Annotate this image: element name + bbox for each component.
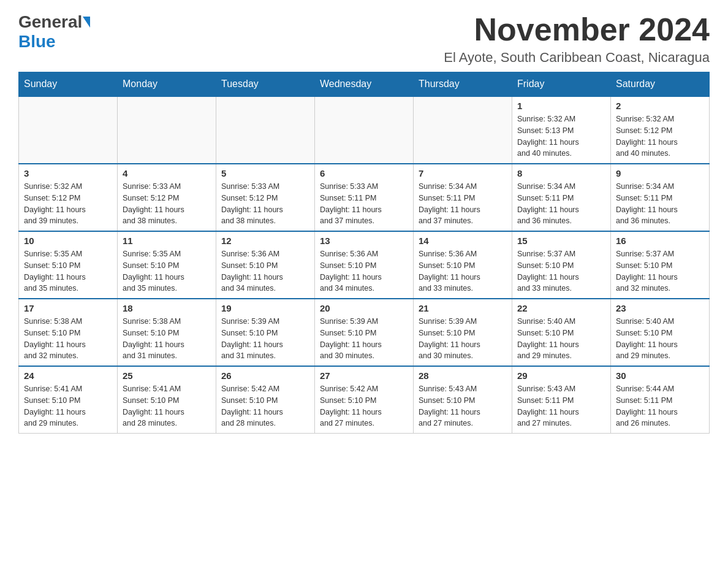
calendar-week-2: 3Sunrise: 5:32 AMSunset: 5:12 PMDaylight… xyxy=(19,164,710,231)
day-number: 19 xyxy=(221,303,309,313)
day-info: Sunrise: 5:40 AMSunset: 5:10 PMDaylight:… xyxy=(616,316,704,362)
day-info: Sunrise: 5:36 AMSunset: 5:10 PMDaylight:… xyxy=(221,248,309,294)
day-number: 15 xyxy=(517,236,605,246)
day-number: 29 xyxy=(517,370,605,381)
table-row: 5Sunrise: 5:33 AMSunset: 5:12 PMDaylight… xyxy=(216,164,315,231)
day-info: Sunrise: 5:41 AMSunset: 5:10 PMDaylight:… xyxy=(123,383,211,429)
day-number: 30 xyxy=(616,370,704,381)
header-monday: Monday xyxy=(118,72,216,97)
day-number: 10 xyxy=(24,236,112,246)
day-number: 7 xyxy=(419,168,507,178)
table-row xyxy=(414,96,512,164)
day-info: Sunrise: 5:32 AMSunset: 5:12 PMDaylight:… xyxy=(24,181,112,227)
day-info: Sunrise: 5:40 AMSunset: 5:10 PMDaylight:… xyxy=(517,316,605,362)
table-row: 2Sunrise: 5:32 AMSunset: 5:12 PMDaylight… xyxy=(611,96,710,164)
day-number: 26 xyxy=(221,370,309,381)
table-row: 9Sunrise: 5:34 AMSunset: 5:11 PMDaylight… xyxy=(611,164,710,231)
table-row: 8Sunrise: 5:34 AMSunset: 5:11 PMDaylight… xyxy=(512,164,611,231)
day-number: 25 xyxy=(123,370,211,381)
day-number: 3 xyxy=(24,168,112,178)
logo: General Blue xyxy=(18,12,90,52)
day-info: Sunrise: 5:32 AMSunset: 5:13 PMDaylight:… xyxy=(517,113,605,159)
day-number: 23 xyxy=(616,303,704,313)
table-row: 28Sunrise: 5:43 AMSunset: 5:10 PMDayligh… xyxy=(414,366,512,434)
day-info: Sunrise: 5:41 AMSunset: 5:10 PMDaylight:… xyxy=(24,383,112,429)
header-wednesday: Wednesday xyxy=(315,72,414,97)
day-number: 8 xyxy=(517,168,605,178)
table-row xyxy=(118,96,216,164)
header-tuesday: Tuesday xyxy=(216,72,315,97)
day-number: 20 xyxy=(320,303,408,313)
table-row: 23Sunrise: 5:40 AMSunset: 5:10 PMDayligh… xyxy=(611,299,710,366)
table-row xyxy=(315,96,414,164)
header-friday: Friday xyxy=(512,72,611,97)
main-title: November 2024 xyxy=(444,12,710,47)
table-row: 6Sunrise: 5:33 AMSunset: 5:11 PMDaylight… xyxy=(315,164,414,231)
day-number: 4 xyxy=(123,168,211,178)
calendar-week-1: 1Sunrise: 5:32 AMSunset: 5:13 PMDaylight… xyxy=(19,96,710,164)
day-number: 16 xyxy=(616,236,704,246)
day-info: Sunrise: 5:37 AMSunset: 5:10 PMDaylight:… xyxy=(616,248,704,294)
table-row: 21Sunrise: 5:39 AMSunset: 5:10 PMDayligh… xyxy=(414,299,512,366)
location-subtitle: El Ayote, South Caribbean Coast, Nicarag… xyxy=(444,50,710,66)
day-number: 5 xyxy=(221,168,309,178)
calendar-table: Sunday Monday Tuesday Wednesday Thursday… xyxy=(18,72,710,434)
day-number: 14 xyxy=(419,236,507,246)
day-info: Sunrise: 5:34 AMSunset: 5:11 PMDaylight:… xyxy=(419,181,507,227)
day-info: Sunrise: 5:33 AMSunset: 5:11 PMDaylight:… xyxy=(320,181,408,227)
day-info: Sunrise: 5:42 AMSunset: 5:10 PMDaylight:… xyxy=(221,383,309,429)
title-area: November 2024 El Ayote, South Caribbean … xyxy=(444,12,710,66)
day-info: Sunrise: 5:36 AMSunset: 5:10 PMDaylight:… xyxy=(419,248,507,294)
day-info: Sunrise: 5:39 AMSunset: 5:10 PMDaylight:… xyxy=(419,316,507,362)
table-row: 14Sunrise: 5:36 AMSunset: 5:10 PMDayligh… xyxy=(414,231,512,299)
table-row: 26Sunrise: 5:42 AMSunset: 5:10 PMDayligh… xyxy=(216,366,315,434)
table-row: 10Sunrise: 5:35 AMSunset: 5:10 PMDayligh… xyxy=(19,231,118,299)
day-info: Sunrise: 5:34 AMSunset: 5:11 PMDaylight:… xyxy=(616,181,704,227)
day-number: 9 xyxy=(616,168,704,178)
calendar-week-5: 24Sunrise: 5:41 AMSunset: 5:10 PMDayligh… xyxy=(19,366,710,434)
day-info: Sunrise: 5:32 AMSunset: 5:12 PMDaylight:… xyxy=(616,113,704,159)
day-info: Sunrise: 5:33 AMSunset: 5:12 PMDaylight:… xyxy=(221,181,309,227)
table-row: 11Sunrise: 5:35 AMSunset: 5:10 PMDayligh… xyxy=(118,231,216,299)
table-row: 29Sunrise: 5:43 AMSunset: 5:11 PMDayligh… xyxy=(512,366,611,434)
day-info: Sunrise: 5:44 AMSunset: 5:11 PMDaylight:… xyxy=(616,383,704,429)
day-number: 17 xyxy=(24,303,112,313)
day-number: 28 xyxy=(419,370,507,381)
day-number: 18 xyxy=(123,303,211,313)
day-info: Sunrise: 5:39 AMSunset: 5:10 PMDaylight:… xyxy=(320,316,408,362)
day-number: 6 xyxy=(320,168,408,178)
day-number: 22 xyxy=(517,303,605,313)
header-saturday: Saturday xyxy=(611,72,710,97)
day-info: Sunrise: 5:33 AMSunset: 5:12 PMDaylight:… xyxy=(123,181,211,227)
logo-general-text: General xyxy=(18,12,82,32)
day-info: Sunrise: 5:43 AMSunset: 5:11 PMDaylight:… xyxy=(517,383,605,429)
day-info: Sunrise: 5:37 AMSunset: 5:10 PMDaylight:… xyxy=(517,248,605,294)
table-row: 7Sunrise: 5:34 AMSunset: 5:11 PMDaylight… xyxy=(414,164,512,231)
header-sunday: Sunday xyxy=(19,72,118,97)
table-row: 30Sunrise: 5:44 AMSunset: 5:11 PMDayligh… xyxy=(611,366,710,434)
day-number: 12 xyxy=(221,236,309,246)
table-row: 16Sunrise: 5:37 AMSunset: 5:10 PMDayligh… xyxy=(611,231,710,299)
table-row: 12Sunrise: 5:36 AMSunset: 5:10 PMDayligh… xyxy=(216,231,315,299)
day-info: Sunrise: 5:39 AMSunset: 5:10 PMDaylight:… xyxy=(221,316,309,362)
table-row xyxy=(19,96,118,164)
day-info: Sunrise: 5:35 AMSunset: 5:10 PMDaylight:… xyxy=(24,248,112,294)
logo-blue-text: Blue xyxy=(18,32,56,51)
logo-triangle-icon xyxy=(83,17,90,28)
calendar-week-3: 10Sunrise: 5:35 AMSunset: 5:10 PMDayligh… xyxy=(19,231,710,299)
day-number: 27 xyxy=(320,370,408,381)
day-info: Sunrise: 5:42 AMSunset: 5:10 PMDaylight:… xyxy=(320,383,408,429)
day-number: 13 xyxy=(320,236,408,246)
day-number: 1 xyxy=(517,101,605,111)
table-row: 19Sunrise: 5:39 AMSunset: 5:10 PMDayligh… xyxy=(216,299,315,366)
day-info: Sunrise: 5:36 AMSunset: 5:10 PMDaylight:… xyxy=(320,248,408,294)
header-thursday: Thursday xyxy=(414,72,512,97)
table-row: 17Sunrise: 5:38 AMSunset: 5:10 PMDayligh… xyxy=(19,299,118,366)
day-info: Sunrise: 5:34 AMSunset: 5:11 PMDaylight:… xyxy=(517,181,605,227)
day-number: 2 xyxy=(616,101,704,111)
table-row: 15Sunrise: 5:37 AMSunset: 5:10 PMDayligh… xyxy=(512,231,611,299)
table-row: 25Sunrise: 5:41 AMSunset: 5:10 PMDayligh… xyxy=(118,366,216,434)
calendar-header-row: Sunday Monday Tuesday Wednesday Thursday… xyxy=(19,72,710,97)
day-number: 24 xyxy=(24,370,112,381)
table-row: 24Sunrise: 5:41 AMSunset: 5:10 PMDayligh… xyxy=(19,366,118,434)
